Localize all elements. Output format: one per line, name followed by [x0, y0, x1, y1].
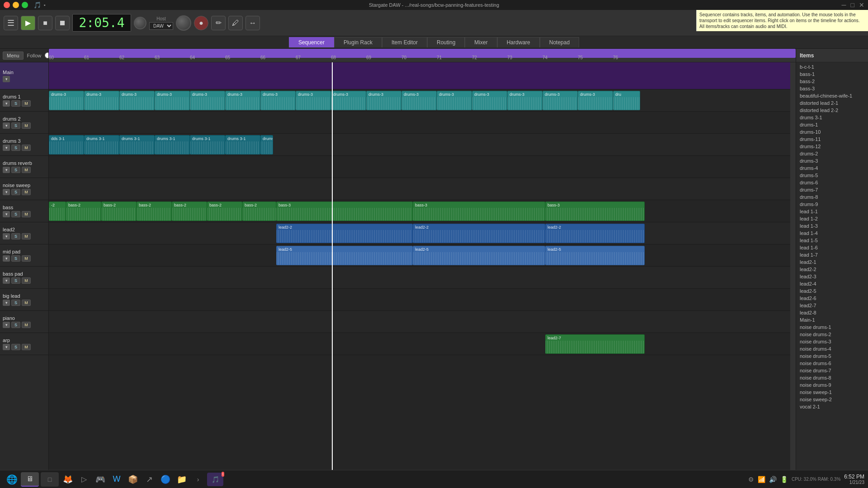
- window-close-icon[interactable]: ✕: [859, 1, 864, 9]
- item-entry-lead21[interactable]: lead2-1: [796, 258, 868, 266]
- item-entry-lead11[interactable]: lead 1-1: [796, 208, 868, 215]
- clip-drums31-5[interactable]: drums 3-1: [190, 135, 225, 155]
- clip-bass2-0[interactable]: -2: [49, 202, 66, 221]
- clip-lead22-1[interactable]: lead2-2: [276, 224, 413, 243]
- track-row-lead2[interactable]: lead2-2 lead2-2 lead2-2: [49, 222, 796, 244]
- item-entry-vocal21[interactable]: vocal 2-1: [796, 403, 868, 410]
- item-entry-drums11[interactable]: drums-11: [796, 136, 868, 143]
- track-row-drums2[interactable]: [49, 112, 796, 134]
- play-button[interactable]: ▶: [21, 16, 35, 30]
- track-solo-basspad[interactable]: S: [11, 277, 20, 284]
- item-entry-dlead21[interactable]: distorted lead 2-1: [796, 99, 868, 107]
- item-entry-ndrums5[interactable]: noise drums-5: [796, 352, 868, 360]
- clip-bass2-4[interactable]: bass-2: [172, 202, 207, 221]
- track-expand-piano[interactable]: ▾: [3, 322, 10, 328]
- item-entry-drums31[interactable]: drums 3-1: [796, 114, 868, 121]
- track-solo-piano[interactable]: S: [11, 322, 20, 328]
- track-mute-drumsreverb[interactable]: M: [22, 167, 31, 173]
- item-entry-drums1[interactable]: drums-1: [796, 121, 868, 128]
- item-entry-drums6[interactable]: drums-6: [796, 179, 868, 186]
- item-entry-lead25[interactable]: lead2-5: [796, 287, 868, 295]
- track-row-bass[interactable]: -2 bass-2 bass-2 bass-2 bass-2: [49, 200, 796, 222]
- track-solo-bass[interactable]: S: [11, 211, 20, 217]
- clip-drums3-10[interactable]: drums-3: [366, 91, 401, 110]
- item-entry-lead26[interactable]: lead2-6: [796, 295, 868, 302]
- menu-icon-btn[interactable]: ☰: [4, 16, 18, 30]
- taskbar-app4-icon[interactable]: 📦: [126, 472, 140, 487]
- track-mute-drums2[interactable]: M: [22, 122, 31, 129]
- clip-drums3-7[interactable]: drums-3: [260, 91, 296, 110]
- taskbar-app-terminal[interactable]: □: [41, 472, 59, 487]
- clip-drums3-4[interactable]: drums-3: [155, 91, 190, 110]
- clip-lead22-3[interactable]: lead2-2: [545, 224, 645, 243]
- item-entry-drums4[interactable]: drums-4: [796, 164, 868, 172]
- stop-button[interactable]: ■: [38, 16, 52, 30]
- clip-drums31-2[interactable]: drums 3-1: [84, 135, 119, 155]
- track-row-main[interactable]: [49, 62, 796, 89]
- clip-bass3-1[interactable]: bass-3: [276, 202, 413, 221]
- taskbar-network-icon[interactable]: 📶: [758, 476, 765, 483]
- clip-lead25-3[interactable]: lead2-5: [545, 246, 645, 265]
- track-solo-biglead[interactable]: S: [11, 300, 20, 306]
- track-row-drums3[interactable]: dds 3-1 drums 3-1 drums 3-1 drums 3-1 dr…: [49, 134, 796, 156]
- clip-bass2-2[interactable]: bass-2: [101, 202, 137, 221]
- taskbar-sound-icon[interactable]: 🔊: [769, 476, 777, 483]
- item-entry-ndrums4[interactable]: noise drums-4: [796, 345, 868, 352]
- clip-lead25-1[interactable]: lead2-5: [276, 246, 413, 265]
- follow-radio[interactable]: [45, 52, 49, 58]
- track-row-arp[interactable]: lead2-7: [49, 333, 796, 355]
- clip-drums31-4[interactable]: drums 3-1: [155, 135, 190, 155]
- clip-bass2-6[interactable]: bass-2: [242, 202, 276, 221]
- clip-drums3-2[interactable]: drums-3: [84, 91, 119, 110]
- taskbar-firefox-icon[interactable]: 🦊: [61, 472, 75, 487]
- clip-drums3-12[interactable]: drums-3: [437, 91, 472, 110]
- tab-notepad[interactable]: Notepad: [540, 37, 579, 47]
- track-expand-drums1[interactable]: ▾: [3, 100, 10, 107]
- clip-drums3-1[interactable]: drums-3: [49, 91, 84, 110]
- track-row-basspad[interactable]: [49, 267, 796, 289]
- track-mute-drums3[interactable]: M: [22, 145, 31, 151]
- item-entry-lead22[interactable]: lead2-2: [796, 266, 868, 273]
- timeline-bar[interactable]: [49, 49, 796, 58]
- minimize-button[interactable]: [13, 2, 19, 8]
- track-solo-arp[interactable]: S: [11, 344, 20, 350]
- clip-drums3-9[interactable]: drums-3: [331, 91, 366, 110]
- item-entry-drums2[interactable]: drums-2: [796, 150, 868, 157]
- track-row-drumsreverb[interactable]: [49, 156, 796, 178]
- track-solo-noisesweep[interactable]: S: [11, 189, 20, 195]
- track-row-midpad[interactable]: lead2-5 lead2-5 lead2-5: [49, 244, 796, 267]
- item-entry-bct1[interactable]: b-c-t-1: [796, 63, 868, 70]
- clip-drums31-1[interactable]: dds 3-1: [49, 135, 84, 155]
- track-mute-noisesweep[interactable]: M: [22, 189, 31, 195]
- tab-sequencer[interactable]: Sequencer: [289, 37, 334, 47]
- track-expand-lead2[interactable]: ▾: [3, 233, 10, 239]
- pencil-tool-btn[interactable]: ✏: [211, 16, 226, 30]
- track-row-drums1[interactable]: drums-3 drums-3 drums-3 drums-3 drums-3: [49, 89, 796, 112]
- taskbar-settings-icon[interactable]: ⚙: [748, 476, 754, 483]
- pointer-tool-btn[interactable]: ↔: [245, 16, 260, 30]
- clip-drums3-5[interactable]: drums-3: [190, 91, 225, 110]
- item-entry-drums5[interactable]: drums-5: [796, 172, 868, 179]
- item-entry-ndrums8[interactable]: noise drums-8: [796, 374, 868, 381]
- track-solo-drums1[interactable]: S: [11, 100, 20, 107]
- item-entry-lead17[interactable]: lead 1-7: [796, 251, 868, 258]
- track-mute-midpad[interactable]: M: [22, 255, 31, 262]
- clip-lead27-1[interactable]: lead2-7: [545, 334, 645, 354]
- clip-drums3-11[interactable]: drums-3: [401, 91, 437, 110]
- tab-routing[interactable]: Routing: [427, 37, 465, 47]
- clip-drums3-16[interactable]: drums-3: [578, 91, 613, 110]
- track-mute-bass[interactable]: M: [22, 211, 31, 217]
- item-entry-nsweep1[interactable]: noise sweep-1: [796, 389, 868, 396]
- taskbar-arrow-icon[interactable]: ▷: [77, 472, 91, 487]
- menu-button[interactable]: Menu: [3, 52, 24, 60]
- tab-hardware[interactable]: Hardware: [497, 37, 540, 47]
- track-expand-drums3[interactable]: ▾: [3, 145, 10, 151]
- clip-bass2-1[interactable]: bass-2: [66, 202, 101, 221]
- item-entry-ndrums3[interactable]: noise drums-3: [796, 338, 868, 345]
- item-entry-lead12[interactable]: lead 1-2: [796, 215, 868, 222]
- clip-drums3-17[interactable]: dru: [613, 91, 640, 110]
- taskbar-app-daw[interactable]: 🖥: [21, 472, 39, 487]
- track-solo-drumsreverb[interactable]: S: [11, 167, 20, 173]
- clip-drums31-3[interactable]: drums 3-1: [119, 135, 155, 155]
- taskbar-arrow2-icon[interactable]: ↗: [142, 472, 156, 487]
